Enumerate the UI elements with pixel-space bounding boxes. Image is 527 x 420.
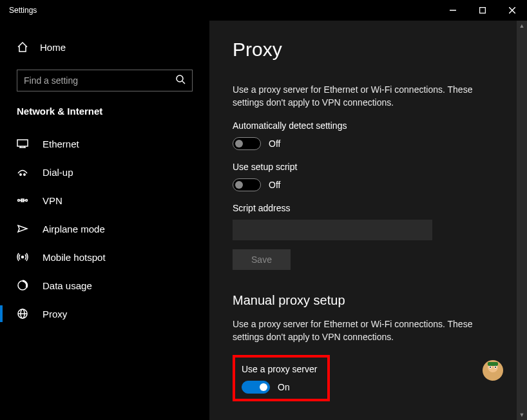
sidebar-item-datausage[interactable]: Data usage xyxy=(0,271,209,300)
sidebar-item-proxy[interactable]: Proxy xyxy=(0,300,209,328)
svg-point-10 xyxy=(20,174,21,175)
sidebar-item-label: Mobile hotspot xyxy=(43,252,106,263)
auto-detect-toggle[interactable] xyxy=(233,137,261,150)
home-button[interactable]: Home xyxy=(0,36,209,58)
svg-point-11 xyxy=(24,174,25,175)
setup-script-label: Use setup script xyxy=(233,162,504,172)
home-label: Home xyxy=(40,42,66,53)
svg-point-12 xyxy=(18,200,20,202)
svg-point-16 xyxy=(22,256,24,258)
dialup-icon xyxy=(17,166,28,178)
svg-rect-6 xyxy=(17,140,28,146)
svg-point-26 xyxy=(490,367,491,368)
category-label: Network & Internet xyxy=(0,106,209,129)
airplane-icon xyxy=(17,223,28,234)
sidebar-item-label: Ethernet xyxy=(43,138,79,149)
setup-script-state: Off xyxy=(269,180,280,190)
svg-rect-23 xyxy=(488,362,498,366)
use-proxy-state: On xyxy=(278,382,290,392)
manual-proxy-description: Use a proxy server for Ethernet or Wi-Fi… xyxy=(233,318,503,343)
page-title: Proxy xyxy=(233,39,504,61)
scrollbar[interactable]: ▲ ▼ xyxy=(517,21,527,420)
home-icon xyxy=(17,41,28,53)
scroll-up-icon[interactable]: ▲ xyxy=(517,21,527,31)
svg-point-13 xyxy=(26,200,28,202)
ethernet-icon xyxy=(17,138,28,149)
window-title: Settings xyxy=(9,6,37,15)
sidebar-item-hotspot[interactable]: Mobile hotspot xyxy=(0,243,209,271)
search-box[interactable] xyxy=(17,70,193,91)
minimize-icon xyxy=(450,7,456,14)
sidebar-item-label: Airplane mode xyxy=(43,224,105,234)
svg-rect-1 xyxy=(480,8,486,14)
hotspot-icon xyxy=(17,251,28,263)
sidebar-item-vpn[interactable]: VPN xyxy=(0,186,209,215)
datausage-icon xyxy=(17,280,28,291)
setup-script-toggle[interactable] xyxy=(233,178,261,191)
window-controls xyxy=(438,0,527,21)
sidebar-item-label: VPN xyxy=(43,195,62,206)
content-area: ▲ ▼ Proxy Use a proxy server for Etherne… xyxy=(209,21,527,420)
sidebar-item-airplane[interactable]: Airplane mode xyxy=(0,215,209,243)
svg-line-5 xyxy=(182,81,185,84)
search-icon xyxy=(176,75,186,86)
sidebar-item-ethernet[interactable]: Ethernet xyxy=(0,129,209,158)
sidebar-item-dialup[interactable]: Dial-up xyxy=(0,158,209,186)
close-icon xyxy=(509,7,515,14)
script-address-input[interactable] xyxy=(233,220,432,240)
close-button[interactable] xyxy=(497,0,527,21)
sidebar-item-label: Dial-up xyxy=(43,167,73,178)
maximize-icon xyxy=(479,7,486,14)
manual-proxy-title: Manual proxy setup xyxy=(233,293,504,308)
avatar xyxy=(482,359,504,381)
auto-proxy-description: Use a proxy server for Ethernet or Wi-Fi… xyxy=(233,84,503,109)
sidebar-item-label: Data usage xyxy=(43,280,92,291)
minimize-button[interactable] xyxy=(438,0,468,21)
save-button[interactable]: Save xyxy=(233,249,291,270)
sidebar: Home Network & Internet Ethernet Dial-up xyxy=(0,21,209,420)
highlight-annotation: Use a proxy server On xyxy=(233,355,330,401)
use-proxy-label: Use a proxy server xyxy=(242,364,317,374)
svg-point-4 xyxy=(177,75,183,82)
svg-point-27 xyxy=(495,367,496,368)
sidebar-item-label: Proxy xyxy=(43,309,67,320)
use-proxy-toggle[interactable] xyxy=(242,381,270,394)
search-input[interactable] xyxy=(24,75,176,86)
auto-detect-label: Automatically detect settings xyxy=(233,120,504,131)
script-address-label: Script address xyxy=(233,203,504,213)
auto-detect-state: Off xyxy=(269,138,280,149)
proxy-icon xyxy=(17,308,28,320)
titlebar: Settings xyxy=(0,0,527,21)
scroll-down-icon[interactable]: ▼ xyxy=(517,410,527,420)
vpn-icon xyxy=(17,195,28,206)
maximize-button[interactable] xyxy=(468,0,497,21)
